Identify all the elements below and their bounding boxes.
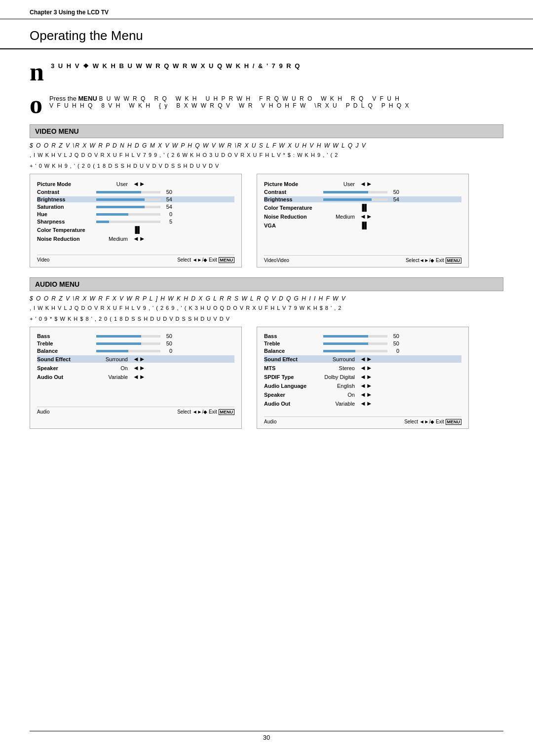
menu-ctrl: MENU xyxy=(446,419,462,425)
row-value: 50 xyxy=(160,333,175,339)
audio-screen-2: Bass 50 Treble 50 Balance 0 xyxy=(257,327,469,429)
row-label: Picture Mode xyxy=(264,181,323,187)
table-row: Sound Effect Surround ◄► xyxy=(264,355,461,363)
row-value: Surround xyxy=(323,356,358,362)
table-row: Contrast 50 xyxy=(37,189,234,195)
section-o-line2: V F U H H Q 8 V H W K H { y B X W W R Q … xyxy=(49,102,410,109)
row-value: Variable xyxy=(323,401,358,407)
row-label: Audio Out xyxy=(264,401,323,407)
row-value: English xyxy=(323,383,358,389)
table-row: Balance 0 xyxy=(264,348,461,354)
row-label: Speaker xyxy=(37,365,96,371)
video-menu-desc: $ O O R Z V \R X W R P D N H D G M X V W… xyxy=(30,142,503,149)
row-value: 50 xyxy=(160,340,175,346)
row-label: Bass xyxy=(264,333,323,339)
table-row: Audio Language English ◄► xyxy=(264,382,461,389)
video-menu-desc2-line1: , I W K H V L J Q D O V R X U F H L V 7 … xyxy=(30,152,503,158)
table-row: MTS Stereo ◄► xyxy=(264,364,461,372)
row-label: Brightness xyxy=(37,196,96,202)
screen-footer: VideoVideo Select◄►/◆ Exit MENU xyxy=(264,255,461,263)
footer-label: Audio xyxy=(37,409,50,415)
slider-bar xyxy=(96,335,160,338)
row-label: Speaker xyxy=(264,392,323,398)
row-value: Dolby Digital xyxy=(323,374,358,380)
audio-menu-desc: $ O O R Z V \R X W R F X V W R P L ] H W… xyxy=(30,295,503,302)
slider-bar xyxy=(96,350,160,352)
video-screen-1: Picture Mode User ◄► Contrast 50 Brightn… xyxy=(30,174,242,267)
audio-menu-header: AUDIO MENU xyxy=(30,277,503,291)
section-o-text: Press the MENU B U W W R Q R Q W K H U H… xyxy=(49,92,410,109)
row-value: 54 xyxy=(387,196,402,202)
arrow-icon: ◄► xyxy=(133,364,146,372)
row-label: Picture Mode xyxy=(37,181,96,187)
table-row: Contrast 50 xyxy=(264,189,461,195)
row-value: 50 xyxy=(160,189,175,195)
table-row: Color Temperature ▐▌ xyxy=(264,204,461,211)
row-label: Audio Language xyxy=(264,383,323,389)
row-value: 50 xyxy=(387,340,402,346)
row-value: 54 xyxy=(160,204,175,210)
video-menu-screens: Picture Mode User ◄► Contrast 50 Brightn… xyxy=(30,174,503,267)
row-label: Sound Effect xyxy=(264,356,323,362)
table-row: Balance 0 xyxy=(37,348,234,354)
arrow-icon: ◄► xyxy=(360,382,373,389)
slider-bar xyxy=(96,213,160,216)
row-value: Medium xyxy=(323,214,358,220)
row-label: Audio Out xyxy=(37,374,96,380)
arrow-icon: ◄► xyxy=(360,400,373,407)
row-label: Balance xyxy=(37,348,96,354)
footer-controls: Select ◄►/◆ Exit MENU xyxy=(177,409,234,415)
page-title-section: Operating the Menu xyxy=(0,19,533,49)
table-row: Brightness 54 xyxy=(264,196,461,202)
menu-bold: MENU xyxy=(78,95,97,102)
video-menu-section: VIDEO MENU $ O O R Z V \R X W R P D N H … xyxy=(30,124,503,267)
row-label: Sound Effect xyxy=(37,356,96,362)
row-value: Stereo xyxy=(323,365,358,371)
content-area: n 3 U H V ❖ W K H B U W W R Q W R W X U … xyxy=(0,59,533,429)
table-row: Brightness 54 xyxy=(37,196,234,202)
row-value: User xyxy=(323,181,358,187)
slider-bar xyxy=(323,350,387,352)
table-row: Audio Out Variable ◄► xyxy=(264,400,461,407)
slider-bar xyxy=(96,191,160,193)
arrow-icon: ◄► xyxy=(360,364,373,372)
row-value: 0 xyxy=(387,348,402,354)
table-row: Hue 0 xyxy=(37,211,234,217)
row-value: 5 xyxy=(160,219,175,225)
row-label: Sharpness xyxy=(37,219,96,225)
slider-bar xyxy=(96,198,160,201)
row-value: 54 xyxy=(160,196,175,202)
menu-ctrl: MENU xyxy=(446,258,462,264)
table-row: SPDIF Type Dolby Digital ◄► xyxy=(264,373,461,380)
row-label: Contrast xyxy=(264,189,323,195)
table-row: Picture Mode User ◄► xyxy=(264,180,461,188)
arrow-icon: ◄► xyxy=(133,235,146,242)
table-row: Color Temperature ▐▌ xyxy=(37,226,234,233)
table-row: Noise Reduction Medium ◄► xyxy=(37,235,234,242)
screen-footer: Audio Select ◄►/◆ Exit MENU xyxy=(37,407,234,415)
audio-menu-section: AUDIO MENU $ O O R Z V \R X W R F X V W … xyxy=(30,277,503,429)
row-label: Color Temperature xyxy=(264,205,323,211)
video-screen-2: Picture Mode User ◄► Contrast 50 Brightn… xyxy=(257,174,469,267)
row-label: MTS xyxy=(264,365,323,371)
menu-ctrl: MENU xyxy=(219,257,235,263)
slider-bar xyxy=(323,342,387,345)
row-value: 0 xyxy=(160,348,175,354)
slider-bar xyxy=(323,198,387,201)
row-value: Medium xyxy=(96,236,131,242)
chapter-label: Chapter 3 Using the LCD TV xyxy=(30,9,109,16)
row-label: Noise Reduction xyxy=(264,214,323,220)
row-value: Surround xyxy=(96,356,131,362)
slider-bar xyxy=(323,335,387,338)
page-title: Operating the Menu xyxy=(30,28,503,43)
row-value: On xyxy=(96,365,131,371)
row-value: Variable xyxy=(96,374,131,380)
row-label: Noise Reduction xyxy=(37,236,96,242)
page-header: Chapter 3 Using the LCD TV xyxy=(0,0,533,19)
row-label: Bass xyxy=(37,333,96,339)
row-label: Balance xyxy=(264,348,323,354)
slider-bar xyxy=(323,191,387,193)
table-row: Speaker On ◄► xyxy=(37,364,234,372)
arrow-icon: ▐▌ xyxy=(360,204,369,211)
section-o-line1: B U W W R Q R Q W K H U H P R W H F R Q … xyxy=(99,95,400,102)
